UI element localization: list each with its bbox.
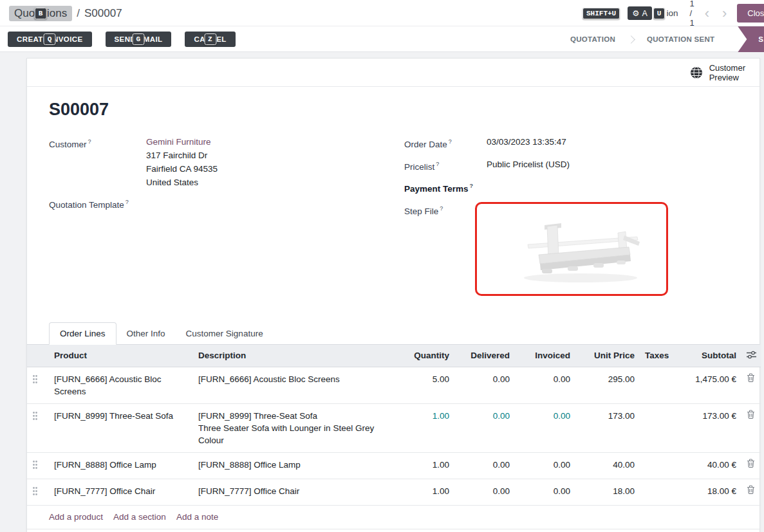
cell-unit-price[interactable]: 173.00 — [575, 403, 640, 452]
cell-product[interactable]: [FURN_8888] Office Lamp — [49, 452, 193, 479]
field-grid: Customer? Gemini Furniture 317 Fairchild… — [27, 135, 759, 302]
header-description[interactable]: Description — [193, 345, 386, 367]
cell-product[interactable]: [FURN_7777] Office Chair — [49, 479, 193, 505]
order-line-row[interactable]: [FURN_7777] Office Chair [FURN_7777] Off… — [27, 479, 761, 505]
cell-invoiced: 0.00 — [515, 479, 575, 505]
action-label-prefix: A — [642, 9, 647, 18]
delete-row-button[interactable] — [747, 373, 755, 384]
cell-subtotal: 18.00 € — [669, 479, 741, 505]
help-icon: ? — [440, 205, 443, 212]
order-line-row[interactable]: [FURN_8999] Three-Seat Sofa [FURN_8999] … — [27, 403, 761, 452]
cell-quantity[interactable]: 1.00 — [386, 479, 454, 505]
pricelist-value[interactable]: Public Pricelist (USD) — [487, 158, 570, 174]
delete-row-button[interactable] — [747, 459, 755, 470]
customer-address-line: United States — [146, 176, 218, 189]
tab-customer-signature[interactable]: Customer Signature — [176, 322, 274, 345]
customer-value: Gemini Furniture 317 Fairchild Dr Fairfi… — [146, 135, 218, 189]
quotation-template-field: Quotation Template? — [49, 196, 404, 212]
drag-handle[interactable] — [27, 403, 49, 452]
header-taxes[interactable]: Taxes — [640, 345, 669, 367]
cell-unit-price[interactable]: 40.00 — [575, 452, 640, 479]
cell-description[interactable]: [FURN_7777] Office Chair — [193, 479, 386, 505]
header-handle — [27, 345, 49, 367]
status-quotation-sent[interactable]: QUOTATION SENT — [635, 35, 726, 43]
cell-product[interactable]: [FURN_8999] Three-Seat Sofa — [49, 403, 193, 452]
cell-invoiced: 0.00 — [515, 403, 575, 452]
breadcrumb-quotations[interactable]: Quotations B — [9, 6, 72, 21]
order-line-row[interactable]: [FURN_6666] Acoustic Bloc Screens [FURN_… — [27, 367, 761, 403]
customer-preview-button[interactable]: Customer Preview — [689, 63, 745, 82]
cell-product[interactable]: [FURN_6666] Acoustic Bloc Screens — [49, 367, 193, 403]
action-label-suffix: ion — [666, 8, 678, 18]
step-file-3d-render-icon — [478, 205, 666, 293]
order-date-field: Order Date? 03/03/2023 13:35:47 — [404, 135, 747, 151]
cell-delivered: 0.00 — [454, 452, 515, 479]
top-navbar: Quotations B / S00007 SHIFT+U ⚙ A U ion … — [0, 0, 764, 26]
cell-taxes[interactable] — [640, 452, 669, 479]
cell-description[interactable]: [FURN_8999] Three-Seat Sofa Three Seater… — [193, 403, 386, 452]
drag-handle[interactable] — [27, 479, 49, 505]
optional-columns-button[interactable] — [741, 345, 761, 367]
kb-hint-breadcrumb: B — [35, 8, 47, 19]
add-product-link[interactable]: Add a product — [49, 512, 103, 522]
cell-description[interactable]: [FURN_8888] Office Lamp — [193, 452, 386, 479]
trash-icon — [747, 485, 755, 494]
order-line-row[interactable]: [FURN_8888] Office Lamp [FURN_8888] Offi… — [27, 452, 761, 479]
cell-unit-price[interactable]: 18.00 — [575, 479, 640, 505]
header-delivered[interactable]: Delivered — [454, 345, 515, 367]
cell-taxes[interactable] — [640, 367, 669, 403]
table-footer-links: Add a product Add a section Add a note — [27, 506, 759, 529]
header-invoiced[interactable]: Invoiced — [515, 345, 575, 367]
cancel-button[interactable]: CANCEL Z — [185, 32, 235, 47]
cell-description[interactable]: [FURN_6666] Acoustic Bloc Screens — [193, 367, 386, 403]
header-subtotal[interactable]: Subtotal — [669, 345, 741, 367]
step-file-image[interactable] — [475, 202, 668, 296]
payment-terms-input[interactable] — [487, 179, 577, 196]
pager-next-button[interactable]: › — [720, 6, 729, 21]
quotation-template-input[interactable] — [146, 196, 236, 212]
payment-terms-field: Payment Terms? — [404, 179, 747, 196]
add-note-link[interactable]: Add a note — [176, 512, 218, 522]
header-unit-price[interactable]: Unit Price — [575, 345, 640, 367]
cell-quantity[interactable]: 1.00 — [386, 403, 454, 452]
drag-handle[interactable] — [27, 452, 49, 479]
cell-taxes[interactable] — [640, 479, 669, 505]
column-sliders-icon — [747, 351, 756, 359]
status-sales-order[interactable]: SALES ORDER — [738, 26, 764, 52]
cell-taxes[interactable] — [640, 403, 669, 452]
tab-order-lines[interactable]: Order Lines — [49, 322, 116, 345]
pager-previous-button[interactable]: ‹ — [702, 6, 712, 21]
cell-quantity[interactable]: 1.00 — [386, 452, 454, 479]
drag-handle-icon — [32, 374, 38, 384]
cell-quantity[interactable]: 5.00 — [386, 367, 454, 403]
notebook-tabs: Order Lines Other Info Customer Signatur… — [27, 322, 759, 345]
status-quotation[interactable]: QUOTATION — [559, 35, 627, 43]
close-button[interactable]: Close — [737, 4, 764, 23]
status-separator-icon — [627, 35, 635, 44]
drag-handle-icon — [32, 411, 38, 421]
pager-count: 1 / 1 — [689, 0, 694, 28]
add-section-link[interactable]: Add a section — [113, 512, 166, 522]
header-product[interactable]: Product — [49, 345, 193, 367]
header-quantity[interactable]: Quantity — [386, 345, 454, 367]
cell-subtotal: 40.00 € — [669, 452, 741, 479]
send-email-button[interactable]: SEND EMAIL G — [106, 32, 172, 47]
customer-label: Customer? — [49, 135, 146, 189]
action-menu-button[interactable]: ⚙ A U ion — [628, 6, 678, 20]
action-buttons-group: CREATE INVOICE Q SEND EMAIL G CANCEL Z — [8, 32, 236, 47]
delete-row-button[interactable] — [747, 485, 755, 496]
customer-link[interactable]: Gemini Furniture — [146, 137, 211, 147]
kb-hint-cancel: Z — [204, 33, 216, 45]
create-invoice-button[interactable]: CREATE INVOICE Q — [8, 32, 92, 47]
record-title[interactable]: S00007 — [49, 100, 759, 120]
tab-other-info[interactable]: Other Info — [116, 322, 176, 345]
globe-icon — [689, 66, 703, 80]
order-date-value[interactable]: 03/03/2023 13:35:47 — [487, 135, 566, 151]
cell-subtotal: 173.00 € — [669, 403, 741, 452]
trash-icon — [747, 373, 755, 382]
quotation-template-label: Quotation Template? — [49, 196, 146, 212]
delete-row-button[interactable] — [747, 410, 755, 421]
customer-address-line: 317 Fairchild Dr — [146, 149, 218, 162]
cell-unit-price[interactable]: 295.00 — [575, 367, 640, 403]
drag-handle[interactable] — [27, 367, 49, 403]
